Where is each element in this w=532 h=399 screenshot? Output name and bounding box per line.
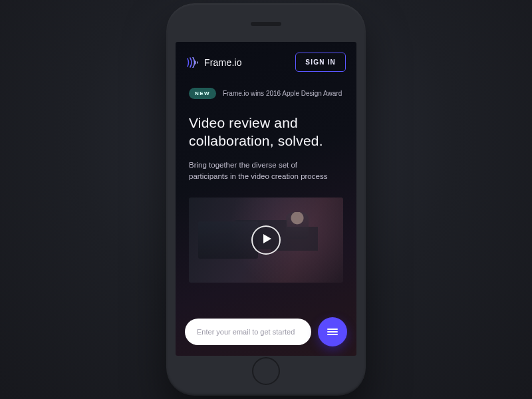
play-icon xyxy=(261,234,271,246)
phone-frame: Frame.io SIGN IN NEW Frame.io wins 2016 … xyxy=(166,3,366,396)
signin-button[interactable]: SIGN IN xyxy=(295,53,346,72)
frameio-logo-icon xyxy=(186,57,200,68)
brand-logo[interactable]: Frame.io xyxy=(186,57,242,68)
brand-name: Frame.io xyxy=(204,57,242,68)
hero-video[interactable] xyxy=(189,198,343,283)
page-headline: Video review and collaboration, solved. xyxy=(189,114,343,150)
menu-icon xyxy=(327,329,338,335)
menu-fab[interactable] xyxy=(318,317,347,346)
app-screen: Frame.io SIGN IN NEW Frame.io wins 2016 … xyxy=(176,42,356,356)
new-badge: NEW xyxy=(189,88,216,99)
cta-bar xyxy=(185,317,347,346)
page-subhead: Bring together the diverse set of partic… xyxy=(189,160,335,184)
svg-marker-2 xyxy=(263,234,271,243)
announcement-row[interactable]: NEW Frame.io wins 2016 Apple Design Awar… xyxy=(189,88,343,99)
play-button[interactable] xyxy=(251,225,281,255)
hero-section: NEW Frame.io wins 2016 Apple Design Awar… xyxy=(176,78,356,283)
top-bar: Frame.io SIGN IN xyxy=(176,42,356,78)
announcement-text: Frame.io wins 2016 Apple Design Award xyxy=(223,90,342,97)
email-input[interactable] xyxy=(185,319,311,345)
